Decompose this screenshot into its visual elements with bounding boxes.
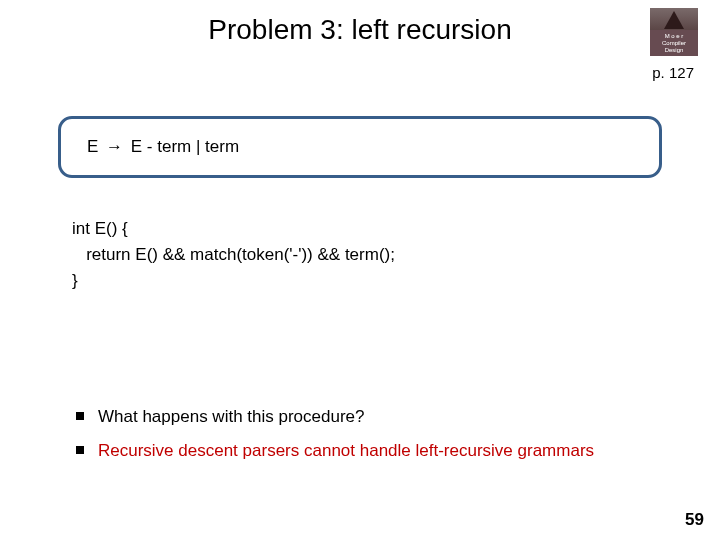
square-bullet-icon	[76, 412, 84, 420]
slide: Problem 3: left recursion M o e r Compil…	[0, 0, 720, 540]
book-line1: M o e r	[665, 33, 684, 40]
bullet-text: What happens with this procedure?	[98, 400, 365, 434]
book-cover-icon: M o e r Compiler Design	[650, 8, 698, 56]
code-block: int E() { return E() && match(token('-')…	[72, 216, 395, 294]
bullet-item: What happens with this procedure?	[76, 400, 676, 434]
page-title: Problem 3: left recursion	[0, 14, 720, 46]
code-line-2: return E() && match(token('-')) && term(…	[72, 245, 395, 264]
tree-icon	[664, 11, 684, 29]
book-title-band: M o e r Compiler Design	[650, 30, 698, 56]
book-line2: Compiler	[662, 40, 686, 47]
code-line-1: int E() {	[72, 219, 128, 238]
bullet-text: Recursive descent parsers cannot handle …	[98, 434, 594, 468]
code-line-3: }	[72, 271, 78, 290]
grammar-rhs: E - term | term	[131, 137, 239, 156]
slide-number: 59	[685, 510, 704, 530]
page-reference: p. 127	[652, 64, 694, 81]
grammar-expression: E → E - term | term	[87, 137, 239, 157]
grammar-lhs: E	[87, 137, 98, 156]
bullet-list: What happens with this procedure? Recurs…	[76, 400, 676, 468]
grammar-rule-box: E → E - term | term	[58, 116, 662, 178]
square-bullet-icon	[76, 446, 84, 454]
arrow-icon: →	[103, 137, 126, 157]
book-line3: Design	[665, 47, 684, 54]
bullet-item: Recursive descent parsers cannot handle …	[76, 434, 676, 468]
